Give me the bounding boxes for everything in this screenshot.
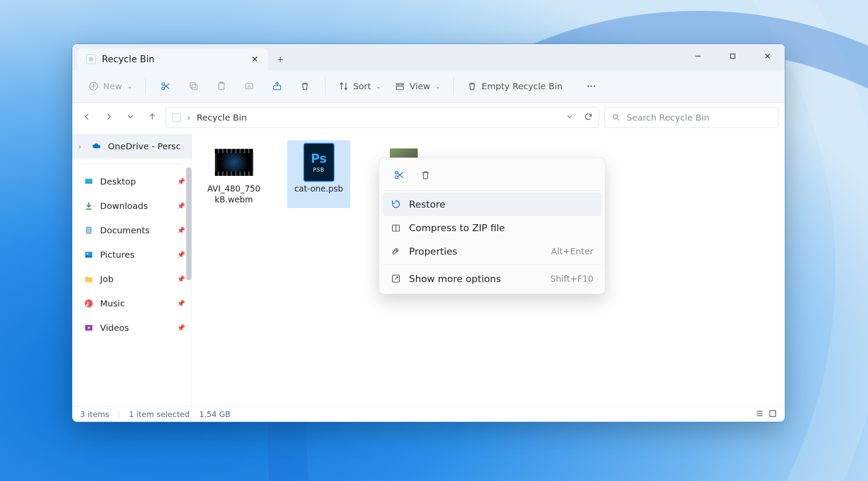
sidebar-item-pictures[interactable]: Pictures 📌	[72, 242, 191, 267]
svg-point-22	[593, 85, 595, 87]
view-button[interactable]: View ⌄	[389, 76, 445, 96]
address-dropdown[interactable]	[566, 112, 573, 123]
svg-point-32	[87, 253, 88, 255]
explorer-body: › OneDrive - Persc Desktop 📌 Downloads 📌…	[72, 132, 785, 406]
music-icon	[84, 298, 94, 309]
copy-icon	[188, 81, 199, 91]
search-input[interactable]: Search Recycle Bin	[604, 107, 778, 128]
status-selection: 1 item selected	[129, 410, 190, 419]
tab-recycle-bin[interactable]: Recycle Bin ✕	[77, 48, 268, 70]
tab-title: Recycle Bin	[102, 54, 154, 64]
chevron-down-icon: ⌄	[127, 83, 132, 90]
svg-rect-26	[85, 182, 93, 184]
navigation-pane: › OneDrive - Persc Desktop 📌 Downloads 📌…	[72, 132, 192, 406]
pin-icon: 📌	[177, 202, 185, 210]
sidebar-item-job[interactable]: Job 📌	[72, 267, 191, 291]
chevron-down-icon: ⌄	[436, 83, 440, 90]
paste-button[interactable]	[209, 76, 234, 96]
sidebar-scrollbar[interactable]	[186, 167, 191, 280]
folder-icon	[84, 274, 94, 284]
search-icon	[612, 113, 620, 122]
file-item-video[interactable]: AVI_480_750kB.webm	[202, 140, 265, 208]
context-show-more[interactable]: Show more options Shift+F10	[383, 267, 601, 290]
file-item-psb[interactable]: PsPSB cat-one.psb	[287, 140, 350, 208]
pictures-icon	[84, 249, 94, 260]
recent-locations-button[interactable]	[126, 112, 135, 123]
rename-button[interactable]: A	[237, 76, 261, 96]
trash-icon	[420, 169, 431, 181]
restore-icon	[391, 199, 401, 209]
maximize-button[interactable]	[715, 44, 750, 68]
plus-circle-icon	[88, 81, 99, 91]
new-tab-button[interactable]: ＋	[268, 48, 292, 70]
zip-icon	[391, 222, 401, 233]
breadcrumb-location[interactable]: Recycle Bin	[197, 112, 247, 123]
status-item-count: 3 items	[80, 410, 109, 419]
share-button[interactable]	[265, 76, 289, 96]
search-placeholder: Search Recycle Bin	[627, 112, 709, 123]
sort-button[interactable]: Sort ⌄	[333, 76, 386, 96]
sidebar-item-videos[interactable]: Videos 📌	[72, 316, 191, 340]
sidebar-divider	[81, 164, 183, 164]
svg-rect-1	[731, 54, 735, 58]
svg-rect-11	[192, 84, 197, 90]
svg-rect-12	[190, 83, 195, 88]
svg-rect-18	[396, 84, 403, 85]
close-window-button[interactable]	[750, 44, 785, 68]
back-button[interactable]	[82, 112, 92, 123]
trash-icon	[300, 81, 310, 91]
sidebar-item-desktop[interactable]: Desktop 📌	[72, 169, 191, 194]
chevron-right-icon: ›	[78, 142, 85, 151]
svg-point-23	[613, 114, 617, 119]
context-cut-button[interactable]	[388, 165, 411, 185]
thumbnails-view-toggle[interactable]	[768, 409, 777, 420]
scissors-icon	[161, 81, 171, 91]
copy-button[interactable]	[181, 76, 206, 96]
scissors-icon	[394, 169, 405, 181]
sidebar-item-onedrive[interactable]: › OneDrive - Persc	[72, 134, 191, 158]
sidebar-item-music[interactable]: Music 📌	[72, 291, 191, 316]
toolbar-separator	[325, 77, 325, 95]
delete-button[interactable]	[293, 76, 317, 96]
pin-icon: 📌	[177, 226, 185, 234]
sidebar-item-downloads[interactable]: Downloads 📌	[72, 194, 191, 218]
pin-icon: 📌	[177, 299, 185, 307]
svg-rect-45	[770, 410, 775, 416]
wrench-icon	[391, 246, 401, 256]
breadcrumb-separator: ›	[187, 112, 191, 123]
sidebar-item-documents[interactable]: Documents 📌	[72, 218, 191, 242]
file-view[interactable]: AVI_480_750kB.webm PsPSB cat-one.psb	[192, 132, 785, 406]
context-properties[interactable]: Properties Alt+Enter	[383, 239, 601, 263]
svg-point-20	[587, 85, 589, 87]
empty-recycle-bin-button[interactable]: Empty Recycle Bin	[462, 76, 568, 96]
toolbar-separator	[453, 77, 454, 95]
status-size: 1.54 GB	[199, 410, 231, 419]
svg-text:A: A	[248, 84, 251, 89]
context-delete-button[interactable]	[414, 165, 437, 185]
address-bar[interactable]: › Recycle Bin	[166, 107, 599, 128]
sort-icon	[338, 81, 349, 91]
cut-button[interactable]	[154, 76, 178, 96]
pin-icon: 📌	[177, 178, 185, 185]
minimize-button[interactable]	[680, 44, 715, 68]
details-view-toggle[interactable]	[755, 409, 764, 420]
pin-icon: 📌	[177, 275, 185, 283]
up-button[interactable]	[147, 112, 157, 123]
rename-icon: A	[244, 81, 255, 91]
navigation-row: › Recycle Bin Search Recycle Bin	[72, 103, 785, 132]
more-button[interactable]	[579, 76, 603, 96]
video-thumbnail	[215, 149, 253, 176]
context-menu: Restore Compress to ZIP file Properties …	[379, 158, 605, 294]
photoshop-file-icon: PsPSB	[303, 143, 335, 182]
download-icon	[84, 201, 94, 211]
close-tab-button[interactable]: ✕	[251, 54, 258, 64]
share-icon	[272, 81, 282, 91]
new-button[interactable]: New ⌄	[83, 76, 137, 96]
refresh-button[interactable]	[584, 112, 593, 123]
forward-button[interactable]	[104, 112, 114, 123]
videos-icon	[84, 323, 94, 333]
menu-separator	[383, 190, 601, 191]
context-restore[interactable]: Restore	[383, 192, 601, 216]
desktop-icon	[84, 176, 94, 187]
context-compress[interactable]: Compress to ZIP file	[383, 216, 601, 239]
